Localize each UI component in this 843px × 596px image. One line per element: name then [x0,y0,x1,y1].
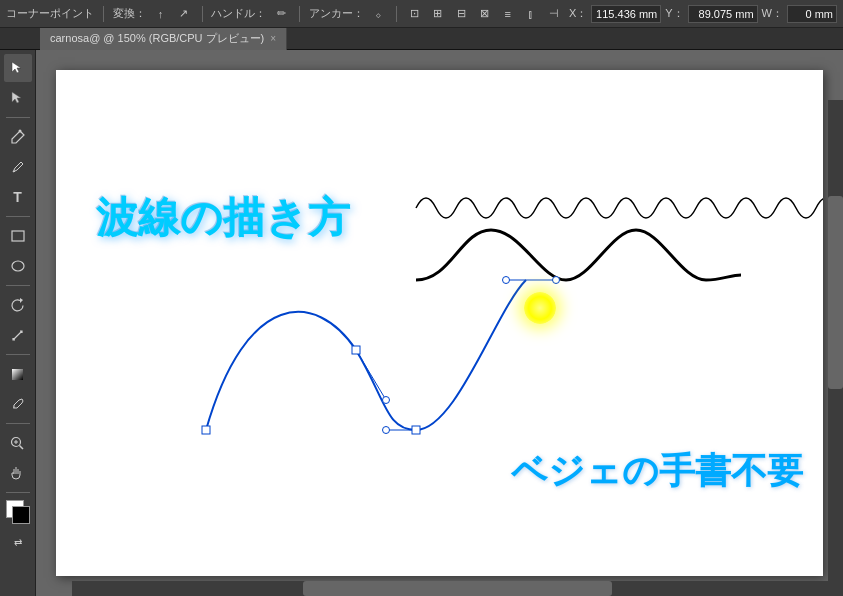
tool-sep-2 [6,216,30,217]
toolbar-separator-1 [103,6,104,22]
svg-rect-12 [202,426,210,434]
align-btn-2[interactable]: ⊞ [429,5,446,23]
swap-colors-btn[interactable]: ⇄ [4,528,32,556]
gradient-tool[interactable] [4,360,32,388]
zoom-tool[interactable] [4,429,32,457]
hand-tool[interactable] [4,459,32,487]
scale-tool[interactable] [4,321,32,349]
tool-sep-5 [6,423,30,424]
foreground-color [12,506,30,524]
toolbar-separator-4 [396,6,397,22]
left-toolbar: T [0,50,36,596]
canvas-title-jp: 波線の描き方 [96,190,350,246]
x-field[interactable] [591,5,661,23]
align-btn-3[interactable]: ⊟ [453,5,470,23]
active-cursor-glow [524,292,556,324]
y-label: Y： [665,6,683,21]
svg-rect-13 [352,346,360,354]
align-btn-4[interactable]: ⊠ [476,5,493,23]
svg-rect-3 [12,369,23,380]
rectangle-tool[interactable] [4,222,32,250]
type-tool[interactable]: T [4,183,32,211]
vertical-scrollbar[interactable] [828,100,843,581]
y-field[interactable] [688,5,758,23]
rotate-tool[interactable] [4,291,32,319]
align-btn-5[interactable]: ≡ [499,5,516,23]
eyedropper-tool[interactable] [4,390,32,418]
svg-point-15 [383,397,390,404]
canvas-content: 波線の描き方 [56,70,823,576]
anchor-label: アンカー： [309,6,364,21]
svg-point-0 [18,130,21,133]
tab-close-btn[interactable]: × [270,33,276,44]
canvas-subtitle-jp: ベジェの手書不要 [511,447,803,496]
tab-label: carnosa@ @ 150% (RGB/CPU プレビュー) [50,31,264,46]
handle-label: ハンドル： [211,6,266,21]
canvas-area: 波線の描き方 [36,50,843,596]
toolbar-coords: X： Y： W： [569,5,837,23]
transform-btn-1[interactable]: ↑ [152,5,169,23]
svg-rect-14 [412,426,420,434]
toolbar-separator-2 [202,6,203,22]
align-btn-6[interactable]: ⫿ [522,5,539,23]
svg-rect-1 [12,231,24,241]
canvas[interactable]: 波線の描き方 [56,70,823,576]
x-label: X： [569,6,587,21]
select-tool[interactable] [4,84,32,112]
bezier-curve [156,250,576,470]
w-field[interactable] [787,5,837,23]
top-toolbar: コーナーポイント 変換： ↑ ↗ ハンドル： ✏ アンカー： ⬦ ⊡ ⊞ ⊟ ⊠… [0,0,843,28]
tool-sep-6 [6,492,30,493]
handle-btn[interactable]: ✏ [272,5,289,23]
align-btn-1[interactable]: ⊡ [406,5,423,23]
horizontal-scrollbar[interactable] [72,581,843,596]
direct-select-tool[interactable] [4,54,32,82]
main-layout: T [0,50,843,596]
align-btn-7[interactable]: ⊣ [546,5,563,23]
svg-point-16 [383,427,390,434]
svg-point-18 [553,277,560,284]
tool-sep-3 [6,285,30,286]
w-label: W： [762,6,783,21]
svg-point-2 [12,261,24,271]
color-indicator[interactable] [4,498,32,526]
svg-line-5 [20,445,24,449]
tool-sep-4 [6,354,30,355]
svg-point-17 [503,277,510,284]
document-tab[interactable]: carnosa@ @ 150% (RGB/CPU プレビュー) × [40,28,287,50]
tool-sep-1 [6,117,30,118]
tab-bar: carnosa@ @ 150% (RGB/CPU プレビュー) × [0,28,843,50]
toolbar-separator-3 [299,6,300,22]
pencil-tool[interactable] [4,153,32,181]
pen-tool[interactable] [4,123,32,151]
transform-label: 変換： [113,6,146,21]
svg-line-8 [356,350,386,400]
corner-point-label: コーナーポイント [6,6,94,21]
anchor-btn[interactable]: ⬦ [370,5,387,23]
ellipse-tool[interactable] [4,252,32,280]
transform-btn-2[interactable]: ↗ [175,5,192,23]
